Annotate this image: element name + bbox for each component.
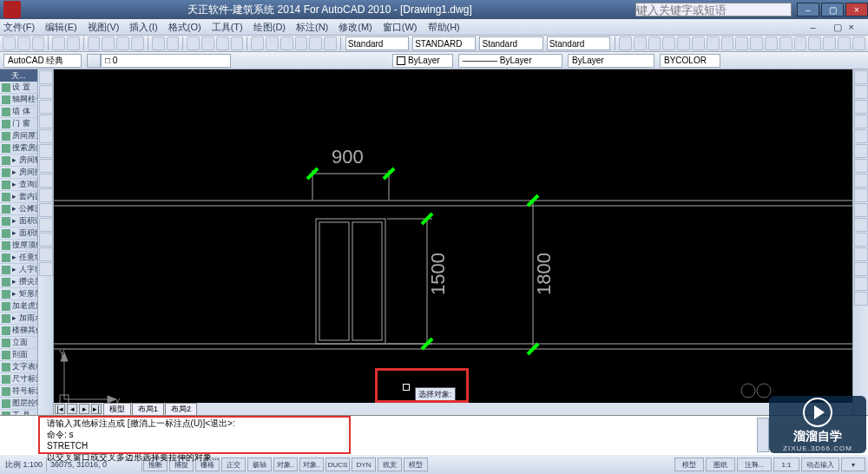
ellipse-icon[interactable] bbox=[39, 174, 53, 188]
tangent-item-10[interactable]: ▸ 公摊面积 bbox=[0, 203, 37, 215]
scale-icon[interactable] bbox=[854, 174, 868, 188]
erase-icon[interactable] bbox=[854, 70, 868, 84]
tool-h-icon[interactable] bbox=[721, 36, 734, 50]
doc-minimize-button[interactable]: – bbox=[810, 22, 815, 32]
tab-last-icon[interactable]: ▸| bbox=[91, 404, 102, 414]
copy-icon[interactable] bbox=[102, 36, 115, 50]
table-icon[interactable] bbox=[39, 233, 53, 247]
tangent-item-15[interactable]: ▸ 人字坡顶 bbox=[0, 264, 37, 276]
tool-q-icon[interactable] bbox=[852, 36, 865, 50]
tab-first-icon[interactable]: |◂ bbox=[55, 404, 65, 414]
layer-combo[interactable]: □ 0 bbox=[101, 54, 231, 68]
tool-n-icon[interactable] bbox=[808, 36, 821, 50]
mleaderstyle-combo[interactable]: Standard bbox=[547, 36, 610, 50]
zoom-icon[interactable] bbox=[201, 36, 214, 50]
command-scrollbar[interactable] bbox=[757, 418, 769, 452]
text-icon[interactable] bbox=[39, 247, 53, 261]
tangent-item-26[interactable]: 图层控制 bbox=[0, 398, 37, 410]
properties-icon[interactable] bbox=[251, 36, 264, 50]
tab-prev-icon[interactable]: ◂ bbox=[67, 404, 77, 414]
region-icon[interactable] bbox=[39, 262, 53, 276]
tangent-item-11[interactable]: ▸ 面积计算 bbox=[0, 215, 37, 227]
menu-modify[interactable]: 修改(M) bbox=[339, 21, 372, 34]
tangent-item-24[interactable]: 尺寸标注 bbox=[0, 373, 37, 385]
open-icon[interactable] bbox=[17, 36, 30, 50]
tangent-item-2[interactable]: 墙 体 bbox=[0, 106, 37, 118]
tangent-item-12[interactable]: ▸ 面积统计 bbox=[0, 227, 37, 240]
tool-o-icon[interactable] bbox=[823, 36, 836, 50]
offset-icon[interactable] bbox=[854, 115, 868, 128]
tool-f-icon[interactable] bbox=[692, 36, 705, 50]
tangent-item-13[interactable]: 搜屋顶线 bbox=[0, 240, 37, 252]
minimize-button[interactable]: – bbox=[797, 3, 819, 16]
mirror-icon[interactable] bbox=[854, 100, 868, 114]
menu-view[interactable]: 视图(V) bbox=[88, 21, 120, 34]
tangent-item-9[interactable]: ▸ 套内面积 bbox=[0, 191, 37, 203]
tool-d-icon[interactable] bbox=[662, 36, 675, 50]
pline-icon[interactable] bbox=[39, 85, 53, 99]
fillet-icon[interactable] bbox=[854, 277, 868, 291]
undo-icon[interactable] bbox=[152, 36, 165, 50]
menu-window[interactable]: 窗口(W) bbox=[383, 21, 418, 34]
status-dyninput[interactable]: 动态输入 bbox=[801, 458, 839, 471]
doc-close-button[interactable]: × bbox=[849, 22, 854, 32]
tool-c-icon[interactable] bbox=[648, 36, 661, 50]
tool-g-icon[interactable] bbox=[707, 36, 720, 50]
paste-icon[interactable] bbox=[116, 36, 129, 50]
tangent-item-1[interactable]: 轴网柱子 bbox=[0, 94, 37, 106]
toolpalettes-icon[interactable] bbox=[280, 36, 293, 50]
tool-k-icon[interactable] bbox=[765, 36, 778, 50]
tablestyle-combo[interactable]: Standard bbox=[479, 36, 542, 50]
new-icon[interactable] bbox=[3, 36, 16, 50]
match-icon[interactable] bbox=[131, 36, 144, 50]
calc-icon[interactable] bbox=[324, 36, 337, 50]
rectangle-icon[interactable] bbox=[39, 115, 53, 128]
tool-l-icon[interactable] bbox=[779, 36, 792, 50]
block-icon[interactable] bbox=[39, 218, 53, 232]
lineweight-combo[interactable]: ByLayer bbox=[568, 54, 654, 68]
save-icon[interactable] bbox=[32, 36, 45, 50]
plotstyle-combo[interactable]: BYCOLOR bbox=[660, 54, 720, 68]
pan-icon[interactable] bbox=[187, 36, 200, 50]
join-icon[interactable] bbox=[854, 247, 868, 261]
tangent-item-4[interactable]: 房间屋顶 bbox=[0, 130, 37, 142]
tangent-item-16[interactable]: ▸ 攒尖屋顶 bbox=[0, 276, 37, 288]
tab-layout1[interactable]: 布局1 bbox=[132, 403, 164, 416]
tangent-panel[interactable]: 天... 设 置轴网柱子墙 体门 窗房间屋顶搜索房间▸ 房间轮廓▸ 房间排序▸ … bbox=[0, 69, 38, 415]
markup-icon[interactable] bbox=[309, 36, 322, 50]
tangent-item-18[interactable]: 加老虎窗 bbox=[0, 300, 37, 313]
menu-format[interactable]: 格式(O) bbox=[168, 21, 201, 34]
circle-icon[interactable] bbox=[39, 144, 53, 158]
tangent-item-0[interactable]: 设 置 bbox=[0, 82, 37, 94]
tangent-item-22[interactable]: 剖面 bbox=[0, 349, 37, 361]
chamfer-icon[interactable] bbox=[854, 262, 868, 276]
tangent-item-14[interactable]: ▸ 任意坡顶 bbox=[0, 252, 37, 264]
linetype-combo[interactable]: ———— ByLayer bbox=[458, 54, 562, 68]
tangent-item-8[interactable]: ▸ 查询面积 bbox=[0, 179, 37, 191]
tangent-item-6[interactable]: ▸ 房间轮廓 bbox=[0, 155, 37, 167]
ws-settings-icon[interactable] bbox=[87, 54, 101, 68]
tangent-item-20[interactable]: 楼梯其他 bbox=[0, 325, 37, 337]
tangent-item-25[interactable]: 符号标注 bbox=[0, 385, 37, 398]
zoom-window-icon[interactable] bbox=[216, 36, 229, 50]
array-icon[interactable] bbox=[854, 129, 868, 143]
rotate-icon[interactable] bbox=[854, 159, 868, 173]
copy-obj-icon[interactable] bbox=[854, 85, 868, 99]
command-window[interactable]: 请输入其他标注点或 [撤消上一标注点(U)]<退出>: 命令: s STRETC… bbox=[0, 415, 868, 455]
tangent-item-17[interactable]: ▸ 矩形屋顶 bbox=[0, 288, 37, 300]
close-button[interactable]: × bbox=[845, 3, 868, 16]
tab-layout2[interactable]: 布局2 bbox=[165, 403, 197, 416]
color-combo[interactable]: ByLayer bbox=[392, 54, 453, 68]
tangent-item-21[interactable]: 立面 bbox=[0, 337, 37, 349]
break-icon[interactable] bbox=[854, 233, 868, 247]
menu-help[interactable]: 帮助(H) bbox=[428, 21, 460, 34]
maximize-button[interactable]: ▢ bbox=[821, 3, 844, 16]
menu-tools[interactable]: 工具(T) bbox=[212, 21, 243, 34]
move-icon[interactable] bbox=[854, 144, 868, 158]
dimstyle-combo[interactable]: STANDARD bbox=[412, 36, 476, 50]
status-scale-1-1[interactable]: 1:1 bbox=[773, 458, 799, 471]
trim-icon[interactable] bbox=[854, 203, 868, 217]
extend-icon[interactable] bbox=[854, 218, 868, 232]
zoom-prev-icon[interactable] bbox=[231, 36, 244, 50]
tangent-item-19[interactable]: ▸ 加雨水管 bbox=[0, 313, 37, 325]
